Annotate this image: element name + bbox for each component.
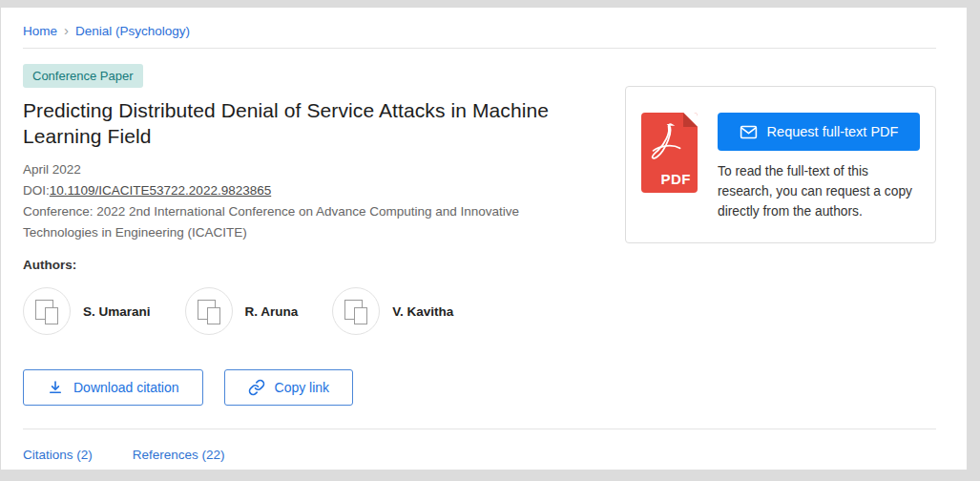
breadcrumb-topic-link[interactable]: Denial (Psychology) xyxy=(75,24,190,38)
author-avatar[interactable] xyxy=(185,287,233,335)
author-name[interactable]: S. Umarani xyxy=(83,304,151,319)
doi-line: DOI:10.1109/ICACITE53722.2022.9823865 xyxy=(23,180,625,201)
author-item[interactable]: V. Kavitha xyxy=(332,287,453,335)
paper-details-column: Conference Paper Predicting Distributed … xyxy=(23,64,625,406)
request-fulltext-card: PDF Request full-text PDF To read the fu… xyxy=(625,86,936,243)
page-background: Home › Denial (Psychology) Conference Pa… xyxy=(0,0,980,481)
actions-row: Download citation Copy link xyxy=(23,369,625,406)
tab-references[interactable]: References (22) xyxy=(133,448,225,462)
authors-label: Authors: xyxy=(23,258,625,272)
author-avatar[interactable] xyxy=(332,287,380,335)
breadcrumb-divider xyxy=(23,48,936,49)
authors-row: S. Umarani R. Aruna xyxy=(23,287,625,335)
download-citation-button[interactable]: Download citation xyxy=(23,369,203,406)
envelope-icon xyxy=(740,125,758,139)
paper-title: Predicting Distributed Denial of Service… xyxy=(23,97,595,149)
publication-date: April 2022 xyxy=(23,159,625,180)
request-fulltext-button[interactable]: Request full-text PDF xyxy=(718,113,920,151)
author-item[interactable]: S. Umarani xyxy=(23,287,151,335)
breadcrumb: Home › Denial (Psychology) xyxy=(23,24,936,38)
tab-citations[interactable]: Citations (2) xyxy=(23,448,93,462)
doi-link[interactable]: 10.1109/ICACITE53722.2022.9823865 xyxy=(50,183,271,198)
download-citation-label: Download citation xyxy=(73,380,179,395)
author-item[interactable]: R. Aruna xyxy=(185,287,299,335)
tabs: Citations (2) References (22) xyxy=(23,429,936,480)
author-avatar[interactable] xyxy=(23,287,71,335)
publication-type-badge: Conference Paper xyxy=(23,64,143,88)
copy-link-label: Copy link xyxy=(275,380,330,395)
download-icon xyxy=(47,379,64,396)
pdf-label: PDF xyxy=(661,171,692,187)
conference-info: Conference: 2022 2nd International Confe… xyxy=(23,201,562,243)
author-name[interactable]: R. Aruna xyxy=(245,304,299,319)
publication-page: Home › Denial (Psychology) Conference Pa… xyxy=(1,8,967,470)
request-note: To read the full-text of this research, … xyxy=(718,161,920,221)
chevron-right-icon: › xyxy=(64,23,69,37)
request-column: PDF Request full-text PDF To read the fu… xyxy=(625,64,936,243)
pdf-file-icon: PDF xyxy=(641,113,698,193)
doi-label: DOI: xyxy=(23,183,50,198)
copy-link-button[interactable]: Copy link xyxy=(224,369,354,406)
pdf-fold-corner xyxy=(683,113,698,127)
request-right: Request full-text PDF To read the full-t… xyxy=(718,113,920,221)
link-icon xyxy=(248,379,265,396)
adobe-acrobat-logo-icon xyxy=(650,122,684,160)
author-name[interactable]: V. Kavitha xyxy=(392,304,453,319)
request-fulltext-label: Request full-text PDF xyxy=(767,124,899,139)
breadcrumb-home-link[interactable]: Home xyxy=(23,24,57,38)
main-content: Conference Paper Predicting Distributed … xyxy=(23,64,936,406)
